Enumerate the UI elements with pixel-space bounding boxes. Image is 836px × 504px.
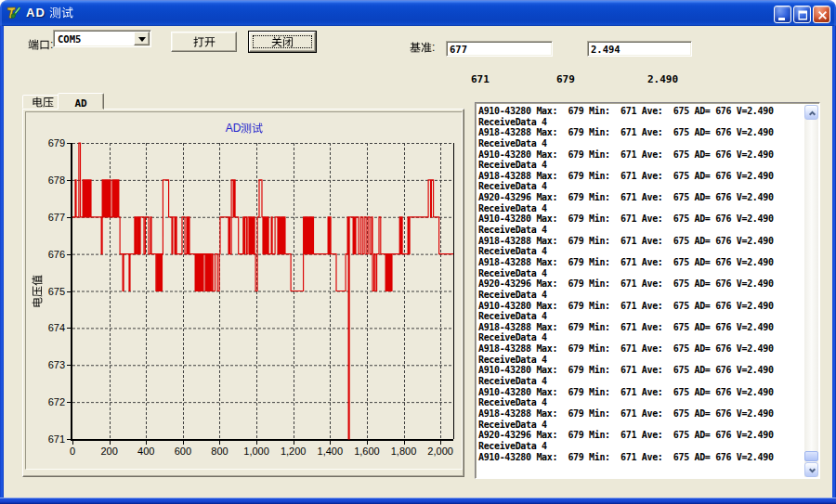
log-line[interactable]: A910-43280 Max: 679 Min: 671 Ave: 675 AD… bbox=[478, 452, 803, 463]
combobox-dropdown-button[interactable] bbox=[134, 32, 150, 45]
minimize-icon bbox=[775, 6, 792, 24]
log-line[interactable]: ReceiveData 4 bbox=[478, 397, 803, 408]
cjk-glyph bbox=[204, 36, 216, 47]
log-line[interactable]: ReceiveData 4 bbox=[478, 268, 803, 279]
log-line[interactable]: ReceiveData 4 bbox=[478, 332, 803, 343]
scrollbar-up-button[interactable] bbox=[804, 105, 818, 120]
open-button[interactable] bbox=[171, 32, 237, 52]
log-line[interactable]: ReceiveData 4 bbox=[478, 203, 803, 214]
close-button[interactable] bbox=[813, 6, 830, 23]
log-line[interactable]: ReceiveData 4 bbox=[478, 225, 803, 236]
cjk-glyph bbox=[421, 42, 432, 53]
y-tick-label: 678 bbox=[48, 174, 65, 186]
log-line[interactable]: ReceiveData 4 bbox=[478, 246, 803, 257]
window-border-left bbox=[0, 26, 4, 504]
log-line[interactable]: ReceiveData 4 bbox=[478, 160, 803, 171]
log-line[interactable]: ReceiveData 4 bbox=[478, 376, 803, 387]
log-line[interactable]: A910-43280 Max: 679 Min: 671 Ave: 675 AD… bbox=[478, 301, 803, 312]
port-label: : bbox=[28, 38, 53, 51]
x-tick-mark bbox=[294, 441, 294, 445]
y-tick-mark bbox=[67, 180, 71, 181]
log-line[interactable]: A918-43288 Max: 679 Min: 671 Ave: 675 AD… bbox=[478, 408, 803, 420]
log-line[interactable]: A910-43280 Max: 679 Min: 671 Ave: 675 AD… bbox=[478, 149, 803, 161]
maximize-button[interactable] bbox=[793, 6, 811, 23]
x-tick-label: 1,600 bbox=[354, 446, 380, 457]
log-line[interactable]: A918-43288 Max: 679 Min: 671 Ave: 675 AD… bbox=[478, 236, 803, 247]
log-line[interactable]: ReceiveData 4 bbox=[478, 138, 803, 149]
y-tick-label: 671 bbox=[48, 433, 65, 445]
tab-ad-label: AD bbox=[74, 97, 86, 110]
close-serial-button[interactable] bbox=[248, 31, 317, 53]
x-tick-label: 600 bbox=[175, 446, 191, 457]
log-line[interactable]: ReceiveData 4 bbox=[478, 117, 803, 128]
title-bar[interactable]: AD bbox=[0, 0, 836, 26]
log-line[interactable]: A918-43288 Max: 679 Min: 671 Ave: 675 AD… bbox=[478, 171, 803, 182]
log-line[interactable]: A910-43280 Max: 679 Min: 671 Ave: 675 AD… bbox=[478, 387, 803, 398]
x-tick-label: 1,200 bbox=[281, 446, 307, 457]
app-icon bbox=[7, 6, 21, 20]
scrollbar-thumb[interactable] bbox=[804, 451, 818, 461]
log-line[interactable]: A910-43280 Max: 679 Min: 671 Ave: 675 AD… bbox=[478, 365, 803, 376]
log-line[interactable]: A920-43296 Max: 679 Min: 671 Ave: 675 AD… bbox=[478, 278, 803, 290]
x-tick-mark bbox=[256, 441, 257, 445]
x-tick-label: 200 bbox=[100, 446, 117, 457]
port-combobox[interactable]: COM5 bbox=[53, 30, 151, 47]
chart-title: AD bbox=[151, 122, 337, 135]
y-tick-mark bbox=[67, 365, 71, 366]
x-tick-label: 1,400 bbox=[318, 446, 344, 457]
log-line[interactable]: A918-43288 Max: 679 Min: 671 Ave: 675 AD… bbox=[478, 257, 803, 268]
baseline-ad-input[interactable] bbox=[446, 41, 553, 57]
y-axis-line bbox=[71, 143, 72, 441]
cjk-glyph bbox=[193, 36, 204, 47]
y-tick-mark bbox=[67, 328, 71, 329]
y-tick-label: 675 bbox=[48, 286, 65, 297]
log-lines: A910-43280 Max: 679 Min: 671 Ave: 675 AD… bbox=[478, 106, 803, 462]
cjk-glyph bbox=[282, 36, 294, 47]
window-title: AD bbox=[26, 0, 73, 26]
log-line[interactable]: ReceiveData 4 bbox=[478, 181, 803, 192]
baseline-volt-input[interactable] bbox=[587, 41, 692, 57]
window-controls bbox=[774, 6, 830, 23]
cjk-glyph bbox=[28, 39, 39, 50]
x-tick-label: 1,000 bbox=[243, 446, 269, 457]
log-line[interactable]: ReceiveData 4 bbox=[478, 420, 803, 431]
x-tick-mark bbox=[146, 441, 147, 445]
log-line[interactable]: A910-43280 Max: 679 Min: 671 Ave: 675 AD… bbox=[478, 106, 803, 117]
y-tick-label: 673 bbox=[48, 359, 65, 370]
scrollbar-down-button[interactable] bbox=[804, 462, 818, 477]
x-tick-label: 0 bbox=[70, 446, 75, 457]
cjk-glyph bbox=[39, 39, 50, 50]
scroll-up-icon bbox=[808, 109, 816, 117]
tab-voltage-label bbox=[23, 97, 62, 108]
x-axis-line bbox=[71, 439, 453, 441]
y-tick-mark bbox=[67, 291, 71, 292]
log-line[interactable]: A910-43280 Max: 679 Min: 671 Ave: 675 AD… bbox=[478, 213, 803, 225]
log-listbox[interactable]: A910-43280 Max: 679 Min: 671 Ave: 675 AD… bbox=[475, 102, 820, 479]
log-line[interactable]: ReceiveData 4 bbox=[478, 290, 803, 301]
x-tick-label: 800 bbox=[211, 446, 228, 457]
port-combobox-value: COM5 bbox=[58, 33, 81, 45]
cjk-glyph bbox=[32, 275, 43, 286]
tab-page-ad: 6716726736746756766776786790200400600800… bbox=[22, 109, 464, 477]
log-scrollbar[interactable] bbox=[804, 105, 818, 477]
cjk-glyph bbox=[43, 97, 54, 108]
log-line[interactable]: A920-43296 Max: 679 Min: 671 Ave: 675 AD… bbox=[478, 192, 803, 203]
y-tick-label: 672 bbox=[48, 396, 65, 407]
x-tick-mark bbox=[219, 441, 220, 445]
log-line[interactable]: A918-43288 Max: 679 Min: 671 Ave: 675 AD… bbox=[478, 343, 803, 355]
log-line[interactable]: A920-43296 Max: 679 Min: 671 Ave: 675 AD… bbox=[478, 430, 803, 441]
log-line[interactable]: ReceiveData 4 bbox=[478, 311, 803, 322]
open-button-label bbox=[172, 35, 236, 48]
minimize-button[interactable] bbox=[774, 6, 791, 23]
ad-chart: 6716726736746756766776786790200400600800… bbox=[26, 112, 462, 469]
x-tick-mark bbox=[110, 441, 111, 445]
y-tick-mark bbox=[67, 217, 71, 218]
app-window: AD : COM5 : 671 679 2.490 bbox=[0, 0, 836, 504]
log-line[interactable]: ReceiveData 4 bbox=[478, 355, 803, 366]
tab-ad[interactable]: AD bbox=[58, 93, 104, 110]
log-line[interactable]: A918-43288 Max: 679 Min: 671 Ave: 675 AD… bbox=[478, 322, 803, 333]
x-tick-label: 1,800 bbox=[391, 446, 417, 457]
cjk-glyph bbox=[410, 42, 421, 53]
log-line[interactable]: ReceiveData 4 bbox=[478, 441, 803, 452]
log-line[interactable]: A918-43288 Max: 679 Min: 671 Ave: 675 AD… bbox=[478, 127, 803, 138]
